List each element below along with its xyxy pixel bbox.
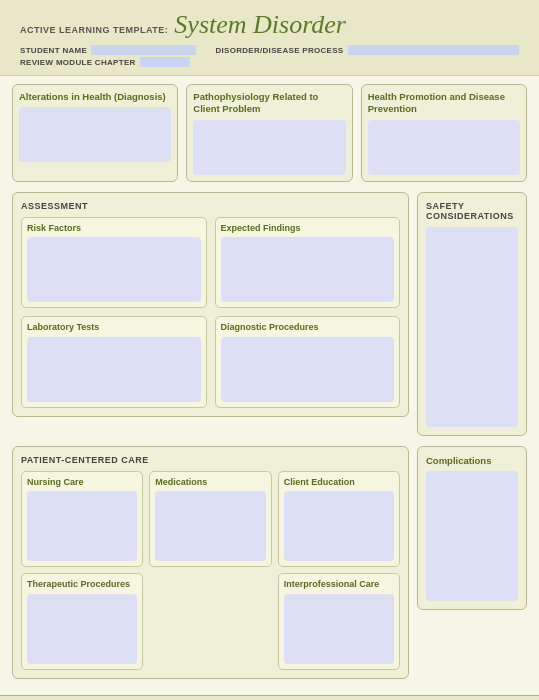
complications-content[interactable] — [426, 471, 518, 601]
risk-factors-box: Risk Factors — [21, 217, 207, 309]
complications-wrap: Complications — [417, 446, 527, 679]
health-promotion-box: Health Promotion and Disease Prevention — [361, 84, 527, 182]
diagnostic-procedures-box: Diagnostic Procedures — [215, 316, 401, 408]
footer: ACTIVE LEARNING TEMPLATES THERAPEUTIC PR… — [0, 695, 539, 700]
therapeutic-procedures-content[interactable] — [27, 594, 137, 664]
alterations-content[interactable] — [19, 107, 171, 162]
risk-factors-content[interactable] — [27, 237, 201, 302]
main-content: Alterations in Health (Diagnosis) Pathop… — [0, 76, 539, 687]
assessment-grid: Risk Factors Expected Findings Laborator… — [21, 217, 400, 408]
assessment-header: ASSESSMENT — [21, 201, 400, 211]
middle-row: ASSESSMENT Risk Factors Expected Finding… — [12, 192, 527, 436]
assessment-wrap: ASSESSMENT Risk Factors Expected Finding… — [12, 192, 409, 436]
pcc-bottom-grid: Therapeutic Procedures Interprofessional… — [21, 573, 400, 670]
safety-content[interactable] — [426, 227, 518, 427]
risk-factors-title: Risk Factors — [27, 223, 201, 235]
safety-header: SAFETY CONSIDERATIONS — [426, 201, 518, 221]
expected-findings-box: Expected Findings — [215, 217, 401, 309]
safety-box: SAFETY CONSIDERATIONS — [417, 192, 527, 436]
pcc-empty-middle — [149, 573, 271, 670]
health-promotion-title: Health Promotion and Disease Prevention — [368, 91, 520, 116]
pathophysiology-content[interactable] — [193, 120, 345, 175]
pcc-top-grid: Nursing Care Medications Client Educatio… — [21, 471, 400, 568]
expected-findings-title: Expected Findings — [221, 223, 395, 235]
pathophysiology-box: Pathophysiology Related to Client Proble… — [186, 84, 352, 182]
review-input[interactable] — [140, 57, 190, 67]
alterations-box: Alterations in Health (Diagnosis) — [12, 84, 178, 182]
pcc-main: PATIENT-CENTERED CARE Nursing Care Medic… — [12, 446, 409, 679]
lab-tests-box: Laboratory Tests — [21, 316, 207, 408]
disorder-input[interactable] — [348, 45, 519, 55]
expected-findings-content[interactable] — [221, 237, 395, 302]
student-name-input[interactable] — [91, 45, 196, 55]
client-education-title: Client Education — [284, 477, 394, 489]
nursing-care-title: Nursing Care — [27, 477, 137, 489]
lab-tests-title: Laboratory Tests — [27, 322, 201, 334]
interprofessional-care-content[interactable] — [284, 594, 394, 664]
active-learning-label: ACTIVE LEARNING TEMPLATE: — [20, 25, 168, 35]
therapeutic-procedures-box: Therapeutic Procedures — [21, 573, 143, 670]
header: ACTIVE LEARNING TEMPLATE: System Disorde… — [0, 0, 539, 76]
lab-tests-content[interactable] — [27, 337, 201, 402]
complications-title: Complications — [426, 455, 518, 467]
interprofessional-care-title: Interprofessional Care — [284, 579, 394, 591]
alterations-title: Alterations in Health (Diagnosis) — [19, 91, 171, 103]
medications-box: Medications — [149, 471, 271, 568]
nursing-care-content[interactable] — [27, 491, 137, 561]
complications-box: Complications — [417, 446, 527, 610]
disorder-label: DISORDER/DISEASE PROCESS — [215, 46, 343, 55]
medications-content[interactable] — [155, 491, 265, 561]
safety-wrap: SAFETY CONSIDERATIONS — [417, 192, 527, 436]
health-promotion-content[interactable] — [368, 120, 520, 175]
pcc-header: PATIENT-CENTERED CARE — [21, 455, 400, 465]
review-label: REVIEW MODULE CHAPTER — [20, 58, 136, 67]
medications-title: Medications — [155, 477, 265, 489]
diagnostic-procedures-content[interactable] — [221, 337, 395, 402]
top-section: Alterations in Health (Diagnosis) Pathop… — [12, 84, 527, 182]
page-title: System Disorder — [174, 10, 346, 40]
pathophysiology-title: Pathophysiology Related to Client Proble… — [193, 91, 345, 116]
assessment-area: ASSESSMENT Risk Factors Expected Finding… — [12, 192, 409, 417]
client-education-box: Client Education — [278, 471, 400, 568]
therapeutic-procedures-title: Therapeutic Procedures — [27, 579, 137, 591]
nursing-care-box: Nursing Care — [21, 471, 143, 568]
pcc-row: PATIENT-CENTERED CARE Nursing Care Medic… — [12, 446, 527, 679]
interprofessional-care-box: Interprofessional Care — [278, 573, 400, 670]
client-education-content[interactable] — [284, 491, 394, 561]
diagnostic-procedures-title: Diagnostic Procedures — [221, 322, 395, 334]
student-name-label: STUDENT NAME — [20, 46, 87, 55]
